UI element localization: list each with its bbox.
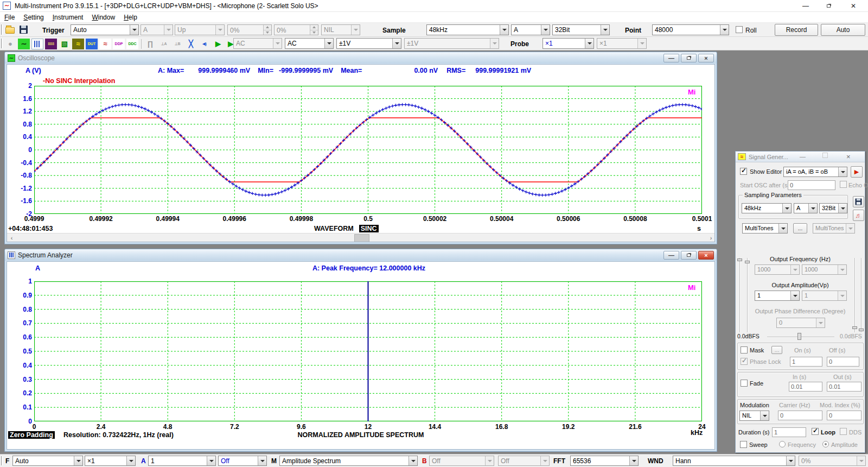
- start-osc-input[interactable]: 0: [788, 180, 835, 190]
- statusbar-a-gain-combo[interactable]: 1: [148, 456, 216, 466]
- carrier-input[interactable]: 0: [778, 411, 822, 420]
- fader-b-outer[interactable]: [861, 258, 862, 332]
- sweep-amplitude-radio[interactable]: [822, 441, 829, 447]
- menu-setting[interactable]: Setting: [19, 12, 48, 22]
- balance-slider-thumb[interactable]: [797, 333, 801, 340]
- fader-b-inner-handle[interactable]: [852, 326, 857, 329]
- fader-a-inner[interactable]: [747, 258, 748, 332]
- sinc-badge[interactable]: SINC: [359, 225, 379, 232]
- loop-checkbox[interactable]: [812, 428, 819, 435]
- mask-on-input[interactable]: 1: [790, 357, 822, 367]
- amp-a-combo[interactable]: 1: [755, 291, 800, 301]
- save-file-icon[interactable]: [20, 26, 28, 34]
- osc-hscrollbar[interactable]: ‹ ›: [7, 233, 715, 242]
- spectrum-3d-plot-icon[interactable]: ▧: [59, 39, 71, 49]
- fader-a-inner-handle[interactable]: [745, 261, 750, 263]
- fade-out-input[interactable]: 0.01: [827, 382, 861, 392]
- statusbar-fft-combo[interactable]: 65536: [570, 456, 639, 466]
- run-icon[interactable]: ▶: [212, 39, 224, 49]
- menu-window[interactable]: Window: [87, 12, 119, 22]
- osc-close-icon[interactable]: ×: [698, 54, 714, 62]
- mask-more-button[interactable]: ...: [771, 346, 782, 354]
- sg-bits-combo[interactable]: 32Bit: [819, 203, 847, 213]
- trigger-mode-combo[interactable]: Auto: [71, 24, 139, 35]
- fade-checkbox[interactable]: [741, 380, 748, 387]
- freq-a-combo[interactable]: 1000: [755, 264, 800, 275]
- spec-minimize-icon[interactable]: —: [663, 251, 679, 260]
- echo-only-checkbox[interactable]: [840, 181, 847, 188]
- speaker-icon[interactable]: ◀): [199, 39, 210, 49]
- toolbar-grip-2[interactable]: [1, 39, 3, 48]
- statusbar-b-gain-combo[interactable]: Off: [429, 456, 494, 466]
- menu-instrument[interactable]: Instrument: [48, 12, 88, 22]
- trigger-level-spinner[interactable]: 0%: [227, 24, 272, 35]
- auto-button[interactable]: Auto: [821, 24, 865, 36]
- sweep-checkbox[interactable]: [740, 441, 747, 448]
- ddc-icon[interactable]: DDC: [126, 39, 138, 49]
- close-window-icon[interactable]: ✕: [845, 1, 861, 11]
- amp-b-combo[interactable]: 1: [802, 291, 847, 301]
- sg-title-bar[interactable]: ≈ Signal Gener... — ×: [736, 152, 865, 162]
- trigger-delay-spinner[interactable]: 0%: [274, 24, 318, 35]
- osc-restore-icon[interactable]: [681, 54, 697, 62]
- ddp-viewer-icon[interactable]: DDP: [113, 39, 125, 49]
- phase-combo[interactable]: 0: [776, 318, 825, 328]
- scroll-right-icon[interactable]: ›: [706, 234, 715, 242]
- mask-off-input[interactable]: 0: [827, 357, 859, 367]
- signal-generator-icon[interactable]: ≈: [72, 39, 84, 49]
- routing-combo[interactable]: iA = oA, iB = oB: [783, 167, 847, 177]
- spectrum-title-bar[interactable]: Spectrum Analyzer — ×: [5, 249, 717, 261]
- statusbar-b-ref-combo[interactable]: Off: [498, 456, 550, 466]
- menu-help[interactable]: Help: [119, 12, 142, 22]
- freq-b-combo[interactable]: 1000: [802, 264, 847, 275]
- show-editor-checkbox[interactable]: [740, 168, 747, 175]
- mod-index-input[interactable]: 0: [827, 411, 861, 420]
- wave-more-button[interactable]: ...: [793, 223, 807, 234]
- device-under-test-icon[interactable]: DUT: [86, 39, 98, 49]
- probe-calibration-icon[interactable]: ╳: [185, 39, 197, 49]
- sg-channel-combo[interactable]: A: [794, 203, 818, 213]
- fader-a-outer-handle[interactable]: [737, 258, 742, 261]
- trigger-filter-combo[interactable]: NIL: [321, 24, 360, 35]
- record-button[interactable]: Record: [775, 24, 818, 36]
- range-b-combo[interactable]: ±1V: [404, 38, 499, 49]
- spec-restore-icon[interactable]: [681, 251, 697, 260]
- bit-depth-combo[interactable]: 32Bit: [552, 24, 610, 35]
- coupling-a-combo[interactable]: AC: [233, 38, 282, 49]
- statusbar-view-combo[interactable]: Auto: [12, 456, 83, 466]
- trigger-source-combo[interactable]: A: [141, 24, 173, 35]
- probe-a-combo[interactable]: ×1: [542, 38, 594, 49]
- osc-minimize-icon[interactable]: —: [663, 54, 679, 62]
- statusbar-grip[interactable]: [1, 456, 3, 465]
- spec-close-icon[interactable]: ×: [698, 251, 714, 260]
- scroll-left-icon[interactable]: ‹: [7, 234, 16, 242]
- restore-window-icon[interactable]: [820, 1, 837, 11]
- statusbar-zoom-combo[interactable]: ×1: [85, 456, 136, 466]
- record-length-combo[interactable]: 48000: [652, 24, 729, 35]
- range-a-combo[interactable]: ±1V: [336, 38, 401, 49]
- derived-data-curves-icon[interactable]: ≈: [99, 39, 111, 49]
- wave-b-combo[interactable]: MultiTones: [813, 223, 855, 234]
- sg-run-button[interactable]: ▶: [851, 166, 863, 178]
- fade-in-input[interactable]: 0.01: [789, 382, 822, 392]
- minimize-window-icon[interactable]: —: [797, 1, 814, 11]
- sg-music-note-button[interactable]: ♬: [853, 210, 864, 221]
- spectrum-analyzer-icon[interactable]: [31, 39, 43, 49]
- duration-input[interactable]: 1: [772, 427, 806, 437]
- sg-restore-icon[interactable]: [822, 153, 828, 158]
- wave-a-combo[interactable]: MultiTones: [742, 223, 788, 234]
- oscilloscope-icon[interactable]: ∼: [18, 39, 30, 49]
- toolbar-grip[interactable]: [1, 24, 3, 35]
- sg-minimize-icon[interactable]: —: [800, 153, 806, 160]
- probe-b-combo[interactable]: ×1: [597, 38, 647, 49]
- fader-b-inner[interactable]: [854, 258, 856, 332]
- open-file-icon[interactable]: [5, 26, 15, 34]
- sampling-channel-combo[interactable]: A: [511, 24, 550, 35]
- menu-file[interactable]: File: [0, 12, 19, 22]
- coupling-b-combo[interactable]: AC: [285, 38, 334, 49]
- oscilloscope-title-bar[interactable]: ∼ Oscilloscope — ×: [5, 52, 717, 64]
- fader-b-outer-handle[interactable]: [859, 329, 864, 331]
- fader-a-outer[interactable]: [739, 258, 741, 332]
- modulation-combo[interactable]: NIL: [739, 411, 769, 421]
- statusbar-overlap-combo[interactable]: 0%: [799, 456, 866, 466]
